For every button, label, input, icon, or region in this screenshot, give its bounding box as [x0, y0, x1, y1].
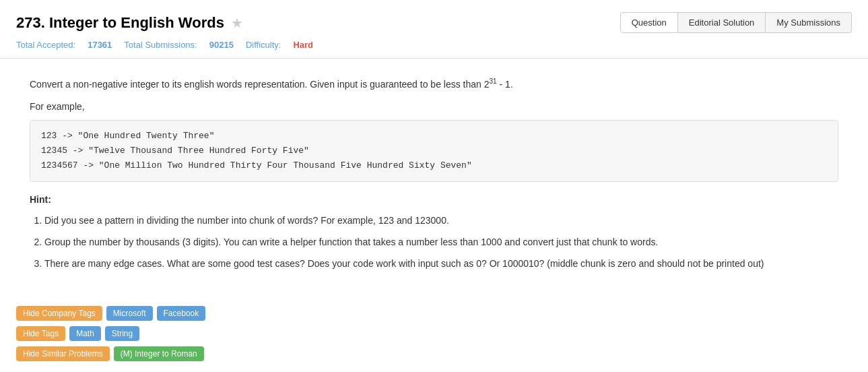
star-icon[interactable]: ★	[231, 15, 243, 31]
hint-list: Did you see a pattern in dividing the nu…	[30, 213, 838, 272]
difficulty-label: Difficulty:	[246, 40, 281, 50]
topic-tags-row: Hide Tags Math String	[16, 326, 852, 341]
similar-problems-row: Hide Similar Problems (M) Integer to Rom…	[16, 346, 852, 361]
difficulty-value: Hard	[293, 40, 313, 50]
hide-similar-btn[interactable]: Hide Similar Problems	[16, 346, 110, 361]
header: 273. Integer to English Words ★ Question…	[0, 0, 868, 40]
company-tags-row: Hide Company Tags Microsoft Facebook	[16, 306, 852, 321]
code-block: 123 -> "One Hundred Twenty Three" 12345 …	[30, 120, 838, 182]
hint-label: Hint:	[30, 194, 838, 205]
content-area: Convert a non-negative integer to its en…	[0, 58, 868, 295]
topic-tag-math[interactable]: Math	[69, 326, 101, 341]
accepted-label: Total Accepted:	[16, 40, 75, 50]
hide-tags-btn[interactable]: Hide Tags	[16, 326, 65, 341]
hide-company-tags-btn[interactable]: Hide Company Tags	[16, 306, 102, 321]
content-inner: Convert a non-negative integer to its en…	[16, 65, 852, 288]
tab-buttons: Question Editorial Solution My Submissio…	[620, 12, 852, 33]
for-example: For example,	[30, 101, 838, 112]
submissions-label: Total Submissions:	[124, 40, 197, 50]
accepted-value: 17361	[88, 40, 112, 50]
company-tag-facebook[interactable]: Facebook	[157, 306, 206, 321]
stats-bar: Total Accepted: 17361 Total Submissions:…	[0, 40, 868, 58]
title-area: 273. Integer to English Words ★	[16, 14, 243, 32]
description: Convert a non-negative integer to its en…	[30, 76, 838, 92]
submissions-value: 90215	[209, 40, 234, 50]
tab-question[interactable]: Question	[620, 12, 678, 33]
topic-tag-string[interactable]: String	[105, 326, 139, 341]
hint-2: Group the number by thousands (3 digits)…	[44, 235, 838, 251]
company-tag-microsoft[interactable]: Microsoft	[106, 306, 153, 321]
problem-title: 273. Integer to English Words	[16, 14, 224, 32]
tab-submissions[interactable]: My Submissions	[766, 12, 852, 33]
tab-editorial[interactable]: Editorial Solution	[678, 12, 766, 33]
hint-1: Did you see a pattern in dividing the nu…	[44, 213, 838, 229]
tags-area: Hide Company Tags Microsoft Facebook Hid…	[0, 295, 868, 368]
similar-tag-integer-roman[interactable]: (M) Integer to Roman	[114, 346, 204, 361]
hint-3: There are many edge cases. What are some…	[44, 256, 838, 272]
